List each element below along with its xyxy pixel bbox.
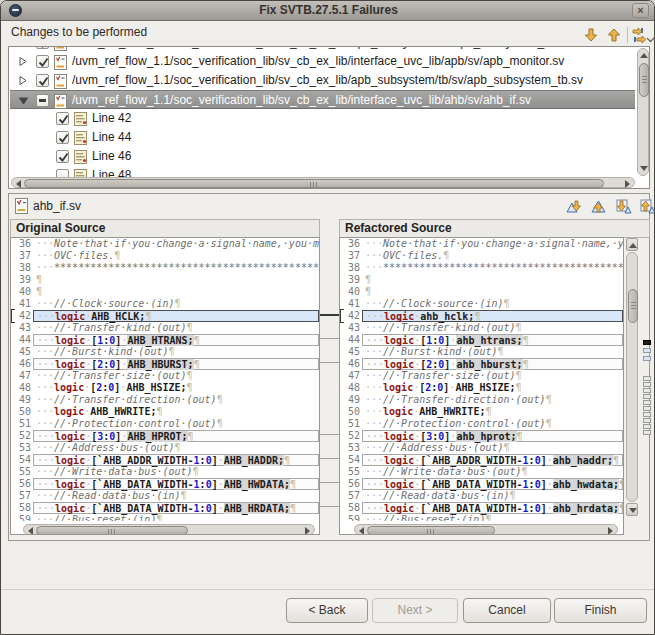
overview-diff-mark[interactable] — [643, 382, 651, 387]
code-line: 37···OVC·files.¶ — [11, 250, 319, 262]
tree-row-line[interactable]: Line 46 — [10, 147, 635, 166]
line-number: 44 — [13, 334, 31, 346]
code-line: 52···logic·[3:0]·ahb_hprot;¶ — [340, 430, 623, 442]
code-line: 38···***********************************… — [340, 262, 623, 274]
original-source-pane[interactable]: 36···Note·that·if·you·change·a·signal·na… — [10, 237, 320, 535]
expander-collapsed-icon[interactable] — [18, 56, 28, 67]
change-line-icon — [74, 169, 87, 177]
code-line: 54···logic·[`AHB_ADDR_WIDTH-1:0]·AHB_HAD… — [11, 454, 319, 466]
tree-vscrollbar[interactable] — [637, 48, 649, 176]
code-line: 37···OVC·files.¶ — [340, 250, 623, 262]
sv-file-icon — [15, 198, 32, 215]
tree-row-line[interactable]: Line 48 — [10, 166, 635, 177]
overview-diff-mark[interactable] — [643, 406, 651, 411]
code-line: 58···logic·[`AHB_DATA_WIDTH-1:0]·ahb_hrd… — [340, 502, 623, 514]
move-up-button[interactable] — [605, 26, 623, 44]
tree-row-file[interactable]: /uvm_ref_flow_1.1/soc_verification_lib/s… — [10, 71, 635, 90]
code-line: 45···//·Burst·kind·(out)¶ — [340, 346, 623, 358]
checkbox-off[interactable] — [56, 169, 69, 177]
expander-collapsed-icon[interactable] — [18, 47, 28, 48]
code-line: 41···//·Clock·source·(in)¶ — [340, 298, 623, 310]
overview-diff-mark[interactable] — [643, 348, 651, 353]
code-line: 40¶ — [11, 286, 319, 298]
previous-difference-button[interactable] — [590, 198, 608, 216]
overview-diff-mark[interactable] — [643, 388, 651, 393]
selected-range-bracket — [11, 309, 15, 323]
dropdown-chevron-icon — [646, 35, 655, 44]
expander-collapsed-icon[interactable] — [18, 75, 28, 86]
cancel-button[interactable]: Cancel — [463, 598, 551, 623]
copy-previous-change-icon — [639, 198, 655, 215]
scroll-right-icon[interactable] — [625, 180, 630, 188]
code-line: 47···//·Transfer·size·(out)¶ — [11, 370, 319, 382]
finish-button[interactable]: Finish — [554, 598, 647, 623]
tree-row-line[interactable]: Line 44 — [10, 128, 635, 147]
code-line: 55···//·Write·data·bus·(out)¶ — [340, 466, 623, 478]
code-line: 51···//·Protection·control·(out)¶ — [11, 418, 319, 430]
scroll-down-button[interactable] — [626, 503, 638, 516]
refactored-source-pane[interactable]: 36···Note·that·if·you·change·a·signal·na… — [339, 237, 624, 535]
back-button[interactable]: < Back — [286, 598, 368, 623]
compare-vscrollbar[interactable] — [625, 238, 639, 516]
original-hscrollbar[interactable] — [23, 524, 315, 535]
diff-overview-ruler[interactable] — [642, 240, 654, 516]
checkbox-on[interactable] — [36, 74, 49, 87]
move-down-button[interactable] — [582, 26, 600, 44]
line-number: 43 — [13, 322, 31, 334]
line-number: 36 — [13, 238, 31, 250]
changes-tree[interactable]: /uvm_ref_flow_1.1/soc_verification_lib/s… — [10, 47, 635, 177]
line-number: 52 — [342, 430, 360, 442]
line-number: 48 — [342, 382, 360, 394]
code-line: 39¶ — [11, 274, 319, 286]
scroll-left-icon[interactable] — [16, 180, 21, 188]
overview-diff-mark[interactable] — [643, 376, 651, 381]
code-line: 58···logic·[`AHB_DATA_WIDTH-1:0]·AHB_HRD… — [11, 502, 319, 514]
titlebar[interactable]: Fix SVTB.27.5.1 Failures × — [1, 1, 655, 21]
checkbox-on[interactable] — [36, 47, 49, 49]
code-line: 46···logic·[2:0]·AHB_HBURST;¶ — [11, 358, 319, 370]
line-number: 57 — [342, 490, 360, 502]
overview-diff-mark[interactable] — [643, 430, 651, 435]
changes-panel-label: Changes to be performed — [11, 25, 147, 39]
scroll-up-button[interactable] — [626, 238, 638, 251]
checkbox-on[interactable] — [56, 150, 69, 163]
code-line: 48···logic·[2:0]·AHB_HSIZE;¶ — [11, 382, 319, 394]
line-number: 46 — [342, 358, 360, 370]
diff-connector — [320, 458, 339, 459]
line-number: 51 — [13, 418, 31, 430]
checkbox-partial[interactable] — [36, 94, 49, 107]
tree-row-label: Line 44 — [92, 130, 131, 144]
checkbox-on[interactable] — [56, 131, 69, 144]
next-difference-button[interactable] — [565, 198, 583, 216]
checkbox-on[interactable] — [56, 112, 69, 125]
tree-row-line[interactable]: Line 42 — [10, 109, 635, 128]
selected-range-bracket — [340, 309, 344, 323]
overview-diff-mark[interactable] — [643, 340, 651, 345]
line-number: 42 — [342, 310, 360, 322]
scroll-down-icon[interactable] — [640, 166, 648, 171]
overview-diff-mark[interactable] — [643, 412, 651, 417]
overview-diff-mark[interactable] — [643, 394, 651, 399]
line-number: 47 — [342, 370, 360, 382]
code-line: 42···logic·ahb_hclk;¶ — [340, 310, 623, 322]
window-close-button[interactable]: × — [632, 3, 649, 18]
overview-diff-mark[interactable] — [643, 356, 651, 361]
toolbar-separator — [627, 27, 628, 43]
tree-row-file[interactable]: /uvm_ref_flow_1.1/soc_verification_lib/s… — [10, 52, 635, 71]
overview-diff-mark[interactable] — [643, 424, 651, 429]
expander-expanded-icon[interactable] — [18, 95, 28, 106]
refactored-hscrollbar[interactable] — [354, 524, 618, 535]
overview-diff-mark[interactable] — [643, 400, 651, 405]
diff-connector — [320, 482, 339, 483]
scroll-up-icon[interactable] — [640, 53, 648, 58]
copy-next-change-button[interactable] — [615, 198, 633, 216]
tree-row-file[interactable]: /uvm_ref_flow_1.1/soc_verification_lib/s… — [10, 90, 635, 109]
button-bar-separator — [1, 589, 655, 590]
tree-row-label: Line 46 — [92, 149, 131, 163]
code-line: 49···//·Transfer·direction·(out)¶ — [11, 394, 319, 406]
line-number: 59 — [342, 514, 360, 521]
tree-hscrollbar[interactable] — [11, 177, 635, 188]
checkbox-on[interactable] — [36, 55, 49, 68]
overview-diff-mark[interactable] — [643, 418, 651, 423]
copy-previous-change-button[interactable] — [639, 198, 655, 216]
